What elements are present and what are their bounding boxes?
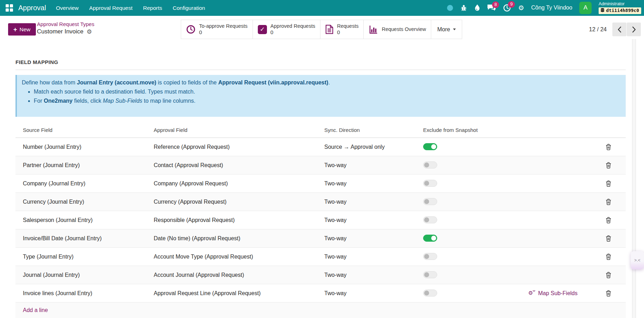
cell-sync-direction[interactable]: Two-way — [324, 272, 423, 278]
exclude-snapshot-toggle[interactable] — [423, 161, 437, 168]
cell-sync-direction[interactable]: Two-way — [324, 199, 423, 205]
app-name[interactable]: Approval — [18, 4, 46, 12]
action-gear-icon[interactable]: ⚙ — [87, 29, 92, 35]
cell-sync-direction[interactable]: Two-way — [324, 217, 423, 223]
menu-reports[interactable]: Reports — [143, 5, 162, 11]
trash-icon[interactable] — [606, 235, 611, 242]
cell-approval-field[interactable]: Reference (Approval Request) — [154, 144, 324, 150]
extension-floating-button[interactable]: >.< — [631, 251, 644, 269]
bug-icon[interactable] — [460, 4, 467, 12]
trash-icon[interactable] — [606, 272, 611, 278]
exclude-snapshot-toggle[interactable] — [423, 180, 437, 187]
cell-source-field[interactable]: Type (Journal Entry) — [23, 254, 154, 260]
trash-icon[interactable] — [606, 144, 611, 150]
cell-approval-field[interactable]: Company (Approval Request) — [154, 180, 324, 187]
cell-source-field[interactable]: Journal (Journal Entry) — [23, 272, 154, 278]
trash-icon[interactable] — [606, 162, 611, 168]
exclude-snapshot-toggle[interactable] — [423, 198, 437, 205]
cell-approval-field[interactable]: Account Journal (Approval Request) — [154, 272, 324, 278]
new-button-label: New — [20, 26, 31, 33]
table-row[interactable]: Journal (Journal Entry) Account Journal … — [15, 266, 626, 284]
apps-menu-icon[interactable] — [6, 4, 13, 12]
header-sync-direction[interactable]: Sync. Direction — [324, 127, 423, 133]
header-approval-field[interactable]: Approval Field — [154, 127, 324, 133]
exclude-snapshot-toggle[interactable] — [423, 290, 437, 297]
cell-approval-field[interactable]: Responsible (Approval Request) — [154, 217, 324, 223]
menu-overview[interactable]: Overview — [56, 5, 79, 11]
company-switcher[interactable]: Công Ty Viindoo — [531, 5, 572, 11]
cell-source-field[interactable]: Partner (Journal Entry) — [23, 162, 154, 168]
table-row[interactable]: Partner (Journal Entry) Contact (Approva… — [15, 156, 626, 174]
cell-approval-field[interactable]: Account Move Type (Approval Request) — [154, 254, 324, 260]
menu-approval-request[interactable]: Approval Request — [89, 5, 133, 11]
table-row[interactable]: Invoice lines (Journal Entry) Approval R… — [15, 284, 626, 303]
menu-configuration[interactable]: Configuration — [173, 5, 205, 11]
smart-button-strip: To-approve Requests 0 ✓ Approved Request… — [181, 20, 462, 39]
cell-approval-field[interactable]: Approval Request Line (Approval Request) — [154, 290, 324, 297]
cell-source-field[interactable]: Invoice/Bill Date (Journal Entry) — [23, 235, 154, 242]
header-source-field[interactable]: Source Field — [23, 127, 154, 133]
table-row[interactable]: Invoice/Bill Date (Journal Entry) Date (… — [15, 229, 626, 248]
cell-source-field[interactable]: Number (Journal Entry) — [23, 144, 154, 150]
exclude-snapshot-toggle[interactable] — [423, 216, 437, 223]
add-a-line-link[interactable]: Add a line — [23, 307, 48, 313]
alert-bullet-2: For One2many fields, click Map Sub-Field… — [34, 98, 621, 104]
pager-value[interactable]: 12 / 24 — [589, 26, 607, 33]
requests-label: Requests — [337, 23, 358, 29]
cell-source-field[interactable]: Invoice lines (Journal Entry) — [23, 290, 154, 297]
requests-overview-button[interactable]: Requests Overview — [364, 20, 431, 39]
cell-sync-direction[interactable]: Source → Approval only — [324, 144, 423, 150]
cell-approval-field[interactable]: Currency (Approval Request) — [154, 199, 324, 205]
vertical-scrollbar[interactable] — [632, 39, 636, 318]
exclude-snapshot-toggle[interactable] — [423, 143, 437, 150]
map-sub-fields-button[interactable]: ⚙⚙ Map Sub-Fields — [528, 290, 578, 297]
breadcrumb-parent[interactable]: Approval Request Types — [37, 21, 94, 27]
exclude-snapshot-toggle[interactable] — [423, 235, 437, 242]
to-approve-requests-button[interactable]: To-approve Requests 0 — [181, 20, 253, 39]
table-row[interactable]: Type (Journal Entry) Account Move Type (… — [15, 248, 626, 266]
cell-sync-direction[interactable]: Two-way — [324, 162, 423, 168]
pager-previous-button[interactable] — [612, 23, 626, 36]
breadcrumb: Approval Request Types Customer Invoice … — [37, 21, 94, 35]
new-button[interactable]: + New — [8, 23, 36, 36]
trash-icon[interactable] — [606, 290, 611, 297]
droplet-icon[interactable] — [474, 4, 480, 11]
cell-sync-direction[interactable]: Two-way — [324, 180, 423, 187]
pager-next-button[interactable] — [627, 23, 641, 36]
table-row[interactable]: Salesperson (Journal Entry) Responsible … — [15, 211, 626, 229]
cell-source-field[interactable]: Salesperson (Journal Entry) — [23, 217, 154, 223]
cell-source-field[interactable]: Currency (Journal Entry) — [23, 199, 154, 205]
activities-clock-icon[interactable]: 9 — [503, 4, 511, 12]
cell-sync-direction[interactable]: Two-way — [324, 290, 423, 297]
presence-dot-icon[interactable] — [447, 5, 453, 11]
cell-source-field[interactable]: Company (Journal Entry) — [23, 180, 154, 187]
alert-bullet-1: Match each source field to a destination… — [34, 89, 621, 95]
approved-requests-button[interactable]: ✓ Approved Requests 0 — [253, 20, 320, 39]
table-row[interactable]: Currency (Journal Entry) Currency (Appro… — [15, 193, 626, 211]
source-model-name: Journal Entry (account.move) — [77, 80, 157, 85]
table-row[interactable]: Company (Journal Entry) Company (Approva… — [15, 174, 626, 193]
user-block[interactable]: Administrator dti1i4h899c0 — [599, 2, 641, 14]
header-exclude-snapshot[interactable]: Exclude from Snapshot — [423, 127, 510, 133]
cell-approval-field[interactable]: Date (No time) (Approval Request) — [154, 235, 324, 242]
settings-gears-icon[interactable]: ⚙ — [518, 5, 524, 11]
alert-intro-line: Define how data from Journal Entry (acco… — [22, 80, 621, 86]
trash-icon[interactable] — [606, 199, 611, 205]
database-badge[interactable]: dti1i4h899c0 — [599, 7, 641, 14]
trash-icon[interactable] — [606, 217, 611, 223]
trash-icon[interactable] — [606, 180, 611, 187]
table-row[interactable]: Number (Journal Entry) Reference (Approv… — [15, 138, 626, 156]
user-avatar[interactable]: A — [579, 2, 592, 14]
map-sub-fields-label: Map Sub-Fields — [538, 290, 578, 297]
cell-sync-direction[interactable]: Two-way — [324, 254, 423, 260]
control-panel: + New Approval Request Types Customer In… — [0, 16, 644, 39]
exclude-snapshot-toggle[interactable] — [423, 253, 437, 260]
to-approve-label: To-approve Requests — [199, 23, 248, 29]
more-dropdown-button[interactable]: More — [431, 20, 461, 39]
requests-button[interactable]: Requests 0 — [320, 20, 364, 39]
exclude-snapshot-toggle[interactable] — [423, 271, 437, 278]
cell-sync-direction[interactable]: Two-way — [324, 235, 423, 242]
trash-icon[interactable] — [606, 254, 611, 260]
messages-icon[interactable]: 8 — [487, 4, 496, 12]
cell-approval-field[interactable]: Contact (Approval Request) — [154, 162, 324, 168]
